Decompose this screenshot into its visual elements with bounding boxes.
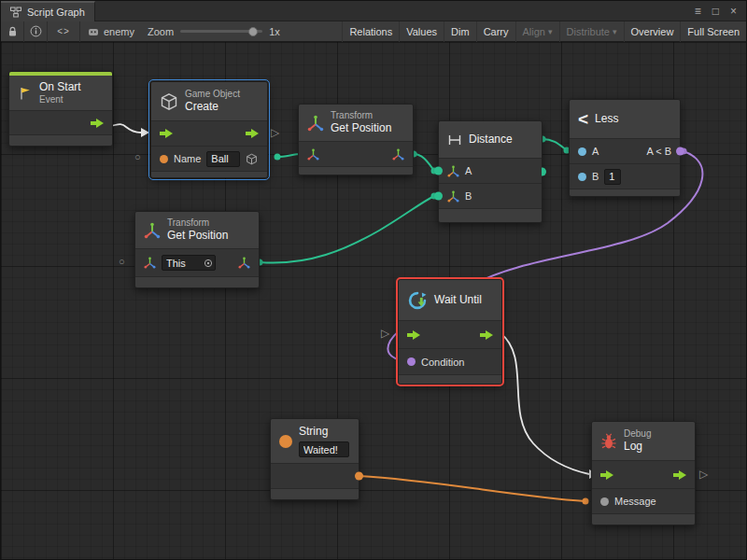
- flow-input-port[interactable]: [160, 129, 173, 138]
- zoom-label: Zoom: [148, 26, 174, 37]
- button-label: Align: [523, 26, 545, 37]
- node-title: String: [299, 425, 349, 439]
- node-wait-until[interactable]: Wait Until Condition: [398, 279, 502, 385]
- unconnected-value-icon[interactable]: ○: [134, 152, 141, 162]
- node-title: Less: [595, 112, 618, 126]
- flow-input-port[interactable]: [600, 470, 613, 480]
- string-value-field[interactable]: [299, 441, 349, 457]
- value-port-row: B: [570, 164, 680, 189]
- object-picker-icon[interactable]: [204, 259, 213, 268]
- game-object-output-port[interactable]: [246, 153, 258, 165]
- condition-input-port[interactable]: [407, 357, 416, 366]
- port-label: Message: [614, 496, 656, 507]
- carry-button[interactable]: Carry: [476, 21, 515, 42]
- node-footer: [151, 172, 267, 177]
- transform-input-port[interactable]: [307, 148, 319, 161]
- flow-output-port[interactable]: [91, 119, 104, 128]
- titlebar: Script Graph ≡ □ ×: [1, 1, 746, 21]
- b-value-field[interactable]: [604, 169, 621, 185]
- relations-button[interactable]: Relations: [342, 21, 399, 42]
- lock-icon[interactable]: [1, 21, 23, 42]
- node-title: Wait Until: [434, 293, 482, 307]
- value-port-row: B: [439, 184, 542, 209]
- button-label: Relations: [349, 26, 392, 37]
- node-category: Transform: [167, 217, 228, 230]
- flag-icon: [18, 86, 33, 101]
- node-string[interactable]: String: [270, 418, 359, 500]
- code-view-icon[interactable]: <>: [48, 21, 79, 42]
- node-footer: [570, 189, 680, 196]
- position-output-port[interactable]: [238, 257, 250, 269]
- node-create-game-object[interactable]: Game Object Create Name: [150, 81, 268, 178]
- node-footer: [9, 135, 112, 146]
- node-footer: [399, 375, 501, 384]
- node-title: Create: [185, 100, 240, 114]
- node-footer: [271, 489, 359, 499]
- a-input-port[interactable]: [434, 167, 443, 175]
- wait-until-icon: [407, 290, 428, 311]
- unconnected-flow-icon[interactable]: ▷: [271, 127, 279, 138]
- node-debug-log[interactable]: Debug Log Message: [591, 421, 696, 525]
- flow-output-port[interactable]: [480, 330, 493, 340]
- window-menu-icon[interactable]: ≡: [695, 6, 701, 17]
- button-label: Dim: [451, 26, 470, 37]
- node-header: Wait Until: [399, 280, 501, 321]
- maximize-icon[interactable]: □: [712, 6, 719, 17]
- enemy-object-icon: [88, 26, 99, 37]
- button-label: Full Screen: [687, 26, 740, 37]
- flow-output-port[interactable]: [673, 470, 686, 480]
- graph-canvas[interactable]: ▷ ▷ ▷ ○ ○ On Start Event: [1, 42, 746, 559]
- name-field[interactable]: [206, 151, 240, 167]
- script-graph-icon: [10, 7, 21, 18]
- unconnected-flow-icon[interactable]: ▷: [699, 469, 708, 480]
- node-category: Transform: [331, 110, 391, 122]
- port-label: A < B: [646, 146, 671, 157]
- info-icon[interactable]: [24, 21, 47, 42]
- unconnected-flow-icon[interactable]: ▷: [381, 328, 389, 339]
- zoom-slider[interactable]: [180, 30, 262, 33]
- node-get-position-1[interactable]: Transform Get Position: [298, 104, 414, 175]
- message-input-port[interactable]: [600, 497, 609, 506]
- overview-button[interactable]: Overview: [624, 21, 681, 42]
- zoom-control: Zoom 1x: [142, 26, 286, 37]
- result-output-port[interactable]: [676, 147, 684, 156]
- values-button[interactable]: Values: [399, 21, 444, 42]
- flow-output-port[interactable]: [246, 129, 259, 138]
- string-icon: [279, 435, 292, 448]
- graph-target[interactable]: enemy: [80, 26, 142, 37]
- tab-script-graph[interactable]: Script Graph: [1, 1, 95, 21]
- name-input-port[interactable]: [160, 155, 168, 163]
- value-port-row: [299, 142, 413, 167]
- unconnected-value-icon[interactable]: ○: [119, 257, 125, 267]
- value-port-row: [271, 464, 359, 489]
- node-get-position-2[interactable]: Transform Get Position: [134, 211, 260, 288]
- full-screen-button[interactable]: Full Screen: [680, 21, 746, 42]
- position-output-port[interactable]: [392, 148, 404, 161]
- vector-icon: [447, 165, 459, 177]
- port-label: A: [592, 146, 599, 157]
- dim-button[interactable]: Dim: [444, 21, 476, 42]
- a-input-port[interactable]: [578, 147, 586, 156]
- bug-icon: [600, 433, 617, 450]
- b-input-port[interactable]: [578, 173, 586, 181]
- game-object-cube-icon: [160, 92, 178, 111]
- wire-getposition2-to-distance-b: [260, 196, 434, 263]
- chevron-down-icon: ▾: [613, 27, 617, 36]
- transform-input-port[interactable]: [144, 257, 156, 269]
- node-on-start[interactable]: On Start Event: [8, 71, 113, 147]
- value-port-row: Message: [592, 489, 695, 514]
- flow-port-row: [151, 121, 267, 147]
- node-footer: [439, 209, 542, 222]
- node-title: On Start: [39, 80, 81, 94]
- node-header: String: [271, 419, 359, 464]
- align-button: Align ▾: [515, 21, 559, 42]
- node-distance[interactable]: Distance A B: [438, 120, 543, 223]
- zoom-slider-handle[interactable]: [248, 27, 258, 36]
- string-output-port[interactable]: [355, 472, 363, 481]
- b-input-port[interactable]: [434, 192, 443, 201]
- close-icon[interactable]: ×: [730, 6, 737, 17]
- flow-input-port[interactable]: [407, 330, 420, 340]
- port-label: A: [465, 165, 472, 176]
- node-less[interactable]: < Less A A < B B: [569, 99, 681, 197]
- unity-script-graph-window: Script Graph ≡ □ × <>: [0, 0, 747, 560]
